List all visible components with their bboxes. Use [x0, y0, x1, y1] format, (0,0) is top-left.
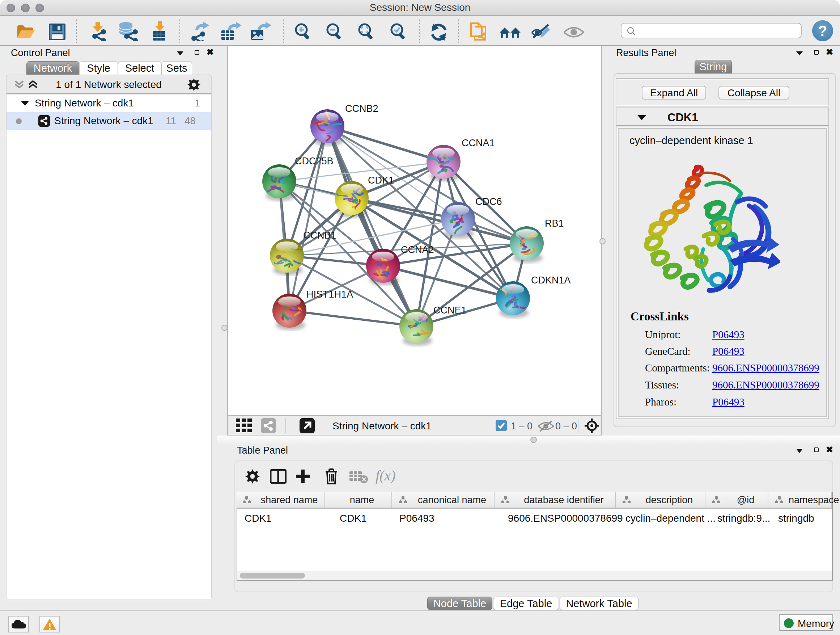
- svg-text:CCNA1: CCNA1: [462, 138, 495, 149]
- svg-text:CCNA2: CCNA2: [401, 244, 434, 255]
- svg-text:RB1: RB1: [545, 218, 564, 229]
- svg-text:CCNB1: CCNB1: [303, 230, 336, 241]
- svg-text:CCNB2: CCNB2: [345, 103, 378, 114]
- svg-text:HIST1H1A: HIST1H1A: [306, 289, 353, 300]
- svg-text:CCNE1: CCNE1: [433, 305, 467, 316]
- svg-text:CDC25B: CDC25B: [295, 156, 333, 166]
- svg-text:CDKN1A: CDKN1A: [531, 275, 571, 286]
- svg-text:CDK1: CDK1: [368, 175, 394, 186]
- svg-text:CDC6: CDC6: [475, 196, 502, 207]
